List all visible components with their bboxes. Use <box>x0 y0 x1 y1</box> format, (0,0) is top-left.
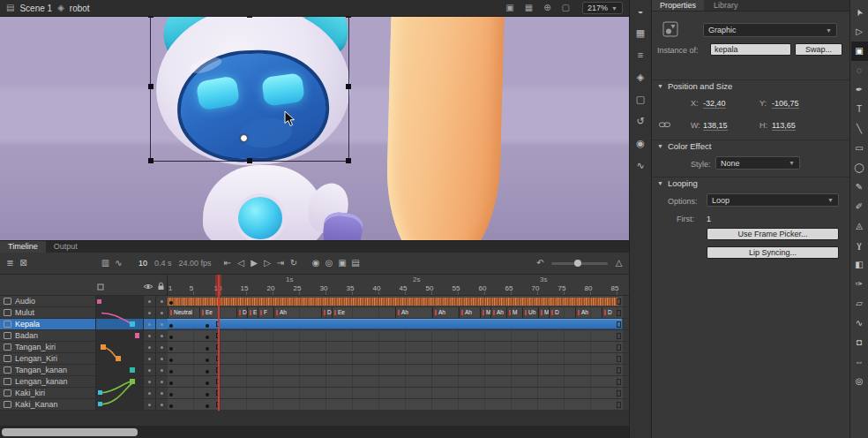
frame-row-lengan_kanan[interactable] <box>168 376 629 388</box>
frame-row-kaki_kanan[interactable] <box>168 399 629 411</box>
history-panel-icon[interactable]: ↺ <box>631 114 650 128</box>
parenting-view-icon[interactable] <box>97 283 104 292</box>
selection-handle[interactable] <box>148 158 153 163</box>
layer-visibility-toggle[interactable] <box>143 365 155 375</box>
hand-tool[interactable]: ⇔ <box>851 352 868 372</box>
color-panel-icon[interactable]: ◒ <box>631 4 650 18</box>
frame-row-tangan_kanan[interactable] <box>168 365 629 376</box>
section-color-effect[interactable]: ▼ Color Effect <box>652 140 849 152</box>
layer-row-kaki_kanan[interactable]: Kaki_Kanan <box>0 399 168 411</box>
selection-handle[interactable] <box>148 17 153 18</box>
layer-visibility-toggle[interactable] <box>143 342 155 352</box>
selection-handle[interactable] <box>346 84 351 89</box>
step-forward-button[interactable]: ▷ <box>262 259 273 268</box>
frame-row-mulut[interactable]: NeutralEeDEFAhDEeAhAhAhMAhMUhMDAhD <box>168 307 629 319</box>
breadcrumb-symbol[interactable]: robot <box>70 4 90 13</box>
frame-row-lengan_kiri[interactable] <box>168 353 629 365</box>
lip-syncing-button[interactable]: Lip Syncing... <box>707 246 839 259</box>
breadcrumb-scene[interactable]: Scene 1 <box>19 4 52 13</box>
link-dimensions-icon[interactable] <box>659 120 670 131</box>
stage-canvas[interactable] <box>0 17 629 240</box>
layer-visibility-toggle[interactable] <box>143 353 155 364</box>
layer-visibility-toggle[interactable] <box>143 399 155 410</box>
layer-view-icon[interactable]: ≣ <box>4 259 16 268</box>
layer-row-lengan_kiri[interactable]: Lengan_Kiri <box>0 353 168 365</box>
frame-grid[interactable]: NeutralEeDEFAhDEeAhAhAhMAhMUhMDAhD <box>168 296 629 411</box>
layer-visibility-toggle[interactable] <box>143 330 155 341</box>
center-playhead-icon[interactable]: ▥ <box>100 259 111 268</box>
layer-row-badan[interactable]: Badan <box>0 330 168 342</box>
frame-row-audio[interactable] <box>168 296 629 307</box>
selection-handle[interactable] <box>346 158 351 163</box>
modify-markers-button[interactable]: ▤ <box>350 259 362 268</box>
x-value[interactable]: -32,40 <box>703 99 726 109</box>
graph-editor-icon[interactable]: ∿ <box>113 259 124 268</box>
pencil-tool[interactable]: ✎ <box>851 177 868 197</box>
motion-editor-panel-icon[interactable]: ∿ <box>631 158 650 172</box>
zoom-select[interactable]: 217% ▼ <box>582 2 623 14</box>
fit-timeline-button[interactable]: △ <box>613 259 625 268</box>
tab-timeline[interactable]: Timeline <box>0 241 46 253</box>
layer-lock-toggle[interactable] <box>155 399 168 410</box>
edit-scene-icon[interactable]: ▦ <box>525 4 533 12</box>
loop-options-dropdown[interactable]: Loop ▼ <box>707 193 839 207</box>
frame-row-badan[interactable] <box>168 330 629 342</box>
components-panel-icon[interactable]: ◉ <box>631 136 650 150</box>
first-frame-value[interactable]: 1 <box>707 215 711 223</box>
tab-properties[interactable]: Properties <box>652 0 704 11</box>
clip-content-icon[interactable]: ▢ <box>562 4 570 12</box>
timeline-horizontal-scrollbar[interactable] <box>0 426 629 438</box>
bone-tool[interactable]: ɣ <box>851 236 868 255</box>
pen-tool[interactable]: ✒ <box>851 80 868 100</box>
brush-tool[interactable]: ✐ <box>851 197 868 216</box>
onion-skin-outlines-button[interactable]: ◎ <box>324 259 335 268</box>
selection-handle[interactable] <box>346 17 351 18</box>
layer-row-tangan_kiri[interactable]: Tangan_kiri <box>0 342 168 353</box>
selection-handle[interactable] <box>247 17 252 18</box>
delete-layer-icon[interactable]: ⊠ <box>18 259 29 268</box>
timeline-zoom-slider[interactable] <box>551 262 608 265</box>
timeline-zoom-slider-thumb[interactable] <box>574 260 581 267</box>
paint-bucket-tool[interactable]: ◧ <box>851 255 868 275</box>
frame-ruler[interactable]: 1s2s3s1510152025303540455055606570758085 <box>168 275 629 296</box>
layer-lock-toggle[interactable] <box>155 353 168 364</box>
layer-visibility-toggle[interactable] <box>143 388 155 398</box>
free-transform-tool[interactable]: ▣ <box>851 42 868 61</box>
layer-visibility-toggle[interactable] <box>143 376 155 387</box>
lasso-tool[interactable]: ◌ <box>851 61 868 80</box>
layer-row-mulut[interactable]: Mulut <box>0 307 168 319</box>
transform-origin-point[interactable] <box>240 134 248 142</box>
go-to-first-frame-button[interactable]: ⇤ <box>222 259 234 268</box>
tab-output[interactable]: Output <box>46 241 86 253</box>
h-value[interactable]: 113,65 <box>772 121 796 131</box>
info-panel-icon[interactable]: ◈ <box>631 70 650 84</box>
align-panel-icon[interactable]: ≡ <box>631 48 650 62</box>
center-frame-icon[interactable]: ⊕ <box>543 4 550 12</box>
camera-tool[interactable]: ◘ <box>851 333 868 352</box>
layer-lock-toggle[interactable] <box>155 307 168 318</box>
y-value[interactable]: -106,75 <box>772 99 799 109</box>
color-style-dropdown[interactable]: None ▼ <box>715 156 800 170</box>
scrollbar-thumb[interactable] <box>2 428 138 436</box>
layer-lock-toggle[interactable] <box>155 365 168 375</box>
swap-button[interactable]: Swap... <box>795 43 842 56</box>
zoom-tool[interactable]: ◎ <box>851 372 868 391</box>
layer-visibility-toggle[interactable] <box>143 319 155 329</box>
transform-panel-icon[interactable]: ▢ <box>631 92 650 106</box>
layer-row-audio[interactable]: Audio <box>0 296 168 307</box>
frame-row-kaki_kiri[interactable] <box>168 388 629 399</box>
layer-lock-toggle[interactable] <box>155 376 168 387</box>
asset-warp-tool[interactable]: ◬ <box>851 216 868 236</box>
eraser-tool[interactable]: ▱ <box>851 294 868 313</box>
subselection-tool[interactable]: ▷ <box>851 22 868 42</box>
reset-timeline-zoom-button[interactable]: ↶ <box>535 259 546 268</box>
layer-lock-toggle[interactable] <box>155 388 168 398</box>
use-frame-picker-button[interactable]: Use Frame Picker... <box>707 228 839 240</box>
layer-lock-toggle[interactable] <box>155 330 168 341</box>
layer-visibility-toggle[interactable] <box>143 307 155 318</box>
section-position-size[interactable]: ▼ Position and Size <box>652 79 849 92</box>
selection-bounding-box[interactable] <box>150 17 349 162</box>
symbol-type-dropdown[interactable]: Graphic ▼ <box>703 23 837 37</box>
frame-rate-indicator[interactable]: 24.00 fps <box>179 259 212 268</box>
lock-all-layers-icon[interactable] <box>157 282 165 292</box>
